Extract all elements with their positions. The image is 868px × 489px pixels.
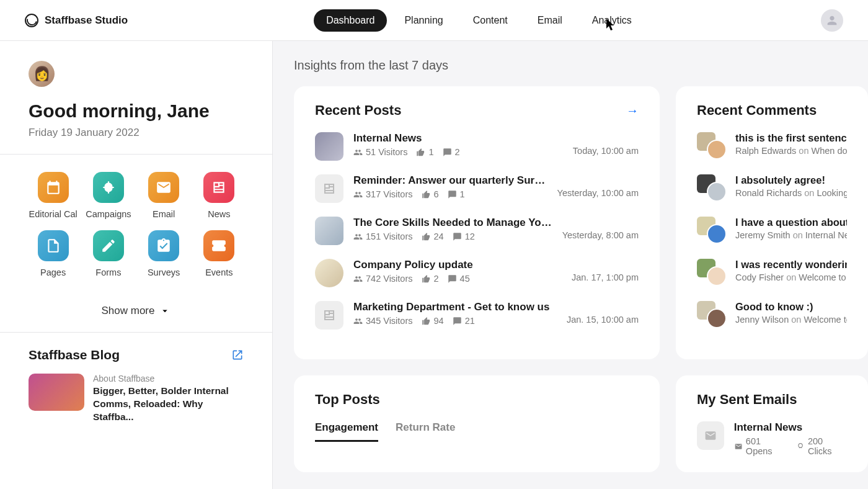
survey-icon (148, 230, 179, 261)
news-icon (203, 172, 234, 203)
quick-link-events[interactable]: Events (195, 230, 244, 277)
recent-posts-card: Recent Posts → Internal News 51 Visitors… (294, 86, 660, 359)
likes-icon (422, 190, 431, 199)
topbar: Staffbase Studio DashboardPlanningConten… (0, 0, 868, 41)
visitors-icon (353, 232, 363, 241)
recent-comments-card: Recent Comments this is the first senten… (676, 86, 868, 359)
post-thumbnail (315, 132, 343, 161)
quick-link-label: Campaigns (86, 209, 131, 219)
comment-row[interactable]: Good to know :) Jenny Wilson on Welcome … (697, 301, 847, 328)
post-title: Company Policy update (353, 259, 562, 271)
nav-planning[interactable]: Planning (392, 9, 455, 32)
quick-link-label: Email (153, 209, 175, 219)
visitors-icon (353, 148, 363, 157)
comment-row[interactable]: I absolutely agree! Ronald Richards on L… (697, 174, 847, 202)
quick-link-label: News (208, 209, 230, 219)
quick-link-surveys[interactable]: Surveys (140, 230, 188, 277)
email-thumbnail (697, 421, 724, 450)
quick-link-pages[interactable]: Pages (29, 230, 78, 277)
blog-category: About Staffbase (93, 374, 244, 384)
tab-engagement[interactable]: Engagement (315, 421, 378, 442)
post-thumbnail (315, 301, 343, 330)
quick-link-label: Editorial Cal (29, 209, 78, 219)
comment-avatars (697, 132, 727, 159)
comment-row[interactable]: I have a question about this Jeremy Smit… (697, 217, 847, 244)
post-row[interactable]: Marketing Department - Get to know us 34… (315, 301, 639, 330)
top-posts-card: Top Posts EngagementReturn Rate (294, 375, 660, 472)
comment-text: Good to know :) (735, 301, 847, 313)
post-thumbnail (315, 259, 343, 287)
comment-row[interactable]: this is the first sentence of t Ralph Ed… (697, 132, 847, 159)
opens-icon (734, 442, 743, 451)
date-text: Friday 19 January 2022 (29, 127, 244, 139)
post-row[interactable]: The Core Skills Needed to Manage Your Te… (315, 217, 639, 245)
show-more-button[interactable]: Show more (0, 298, 272, 332)
blog-headline: Bigger, Better, Bolder Internal Comms, R… (93, 385, 244, 424)
visitors-icon (353, 316, 363, 326)
comments-icon (448, 274, 457, 284)
likes-icon (422, 316, 431, 326)
comment-avatars (697, 259, 727, 286)
likes-icon (422, 232, 431, 241)
external-link-icon[interactable] (231, 349, 244, 361)
blog-item[interactable]: About Staffbase Bigger, Better, Bolder I… (29, 374, 244, 424)
nav-analytics[interactable]: Analytics (580, 9, 644, 32)
quick-link-campaigns[interactable]: Campaigns (84, 172, 133, 219)
nav-dashboard[interactable]: Dashboard (314, 9, 387, 32)
post-time: Yesterday, 10:00 am (557, 188, 639, 198)
comment-avatars (697, 217, 727, 244)
ticket-icon (203, 230, 234, 261)
comment-text: I have a question about this (735, 217, 847, 228)
post-meta: 742 Visitors 2 45 (353, 274, 562, 284)
post-title: Reminder: Answer our quarterly Survey un… (353, 174, 547, 187)
comment-meta: Jenny Wilson on Welcome to yo (735, 315, 847, 325)
post-meta: 51 Visitors 1 2 (353, 147, 563, 157)
quick-link-editorial-cal[interactable]: Editorial Cal (29, 172, 78, 219)
top-posts-title: Top Posts (315, 392, 639, 408)
comments-icon (453, 316, 462, 326)
quick-link-label: Forms (95, 267, 121, 277)
comments-icon (453, 232, 462, 241)
email-title: Internal News (734, 421, 847, 434)
nav-content[interactable]: Content (461, 9, 520, 32)
email-row[interactable]: Internal News 601 Opens 200 Clicks (697, 421, 847, 456)
quick-link-label: Pages (40, 267, 66, 277)
clicks-icon (796, 442, 805, 451)
brand[interactable]: Staffbase Studio (25, 14, 128, 27)
quick-links-grid: Editorial CalCampaignsEmailNewsPagesForm… (0, 155, 272, 298)
comment-meta: Cody Fisher on Welcome to you (735, 272, 847, 282)
page-icon (38, 230, 69, 261)
blog-section: Staffbase Blog About Staffbase Bigger, B… (0, 333, 272, 439)
post-time: Today, 10:00 am (573, 146, 639, 156)
tab-return-rate[interactable]: Return Rate (396, 421, 455, 442)
calendar-icon (38, 172, 69, 203)
profile-avatar[interactable]: 👩 (29, 61, 55, 87)
comment-avatars (697, 301, 727, 328)
post-time: Yesterday, 8:00 am (562, 230, 639, 240)
post-title: The Core Skills Needed to Manage Your Te… (353, 217, 552, 229)
blog-thumbnail (29, 374, 84, 411)
user-avatar[interactable] (821, 9, 843, 32)
post-title: Internal News (353, 132, 563, 145)
post-row[interactable]: Company Policy update 742 Visitors 2 45 … (315, 259, 639, 287)
nav-email[interactable]: Email (525, 9, 575, 32)
main-nav: DashboardPlanningContentEmailAnalytics (314, 9, 644, 32)
post-row[interactable]: Reminder: Answer our quarterly Survey un… (315, 174, 639, 203)
sidebar: 👩 Good morning, Jane Friday 19 January 2… (0, 41, 273, 489)
comment-meta: Ronald Richards on Looking tow (735, 188, 847, 198)
comment-meta: Jeremy Smith on Internal News (735, 230, 847, 240)
comment-meta: Ralph Edwards on When do you (735, 146, 847, 156)
sent-emails-card: My Sent Emails Internal News 601 Opens 2… (676, 375, 868, 472)
quick-link-forms[interactable]: Forms (84, 230, 133, 277)
insights-heading: Insights from the last 7 days (294, 58, 868, 73)
arrow-right-icon[interactable]: → (626, 104, 639, 118)
post-meta: 151 Visitors 24 12 (353, 231, 552, 241)
mail-icon (148, 172, 179, 203)
quick-link-email[interactable]: Email (140, 172, 188, 219)
comment-text: I was recently wondering ab (735, 259, 847, 271)
comments-icon (443, 148, 452, 157)
quick-link-news[interactable]: News (195, 172, 244, 219)
comment-row[interactable]: I was recently wondering ab Cody Fisher … (697, 259, 847, 286)
quick-link-label: Surveys (148, 267, 180, 277)
post-row[interactable]: Internal News 51 Visitors 1 2 Today, 10:… (315, 132, 639, 161)
